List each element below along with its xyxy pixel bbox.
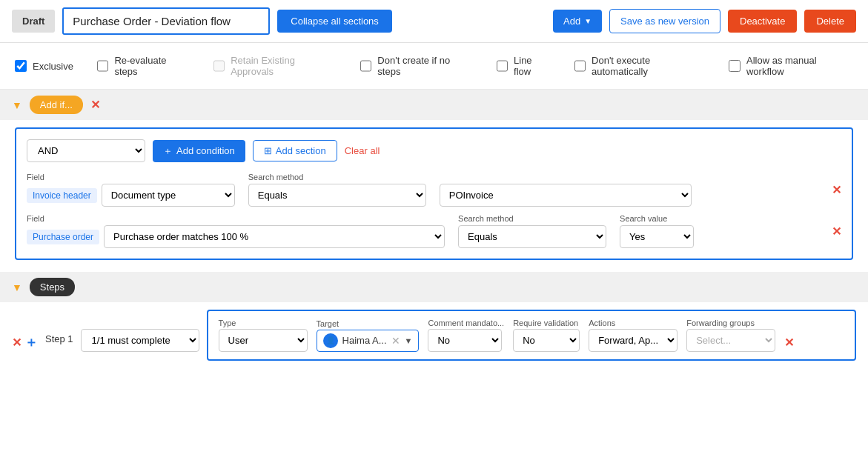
value-group-1: POInvoice xyxy=(440,173,823,207)
options-row: Exclusive Re-evaluate steps Retain Exist… xyxy=(0,43,868,90)
clear-all-button[interactable]: Clear all xyxy=(345,145,380,156)
target-name: Haima A... xyxy=(342,335,387,346)
allowmanual-checkbox[interactable] xyxy=(729,60,740,72)
section-icon: ⊞ xyxy=(264,145,272,156)
draft-badge: Draft xyxy=(12,10,55,33)
nocreate-label: Don't create if no steps xyxy=(377,55,472,77)
condition-toolbar: AND ＋ Add condition ⊞ Add section Clear … xyxy=(27,139,841,162)
steps-content: ✕ ＋ Step 1 1/1 must complete Type User T… xyxy=(0,302,868,368)
reevaluate-option: Re-evaluate steps xyxy=(97,55,190,77)
target-label: Target xyxy=(317,319,420,328)
save-new-version-button[interactable]: Save as new version xyxy=(609,9,720,33)
value-label-2: Search value xyxy=(620,214,823,223)
steps-chevron-icon[interactable]: ▼ xyxy=(12,281,22,293)
remove-step-icon[interactable]: ✕ xyxy=(12,336,21,350)
method-select-1[interactable]: Equals xyxy=(248,184,426,207)
header: Draft Collapse all sections Add ▼ Save a… xyxy=(0,0,868,43)
condition-inner-box: AND ＋ Add condition ⊞ Add section Clear … xyxy=(15,127,853,260)
step-row-1: ✕ ＋ Step 1 1/1 must complete Type User T… xyxy=(12,310,856,361)
step-detail-box: Type User Target 👤 Haima A... ✕ ▼ xyxy=(207,310,856,361)
field-tag-2: Purchase order xyxy=(27,230,99,244)
nocreate-checkbox[interactable] xyxy=(360,60,371,72)
exclusive-label: Exclusive xyxy=(33,61,73,72)
method-group-2: Search method Equals xyxy=(458,214,606,248)
avatar-icon: 👤 xyxy=(323,333,338,348)
require-group: Require validation No xyxy=(513,319,580,352)
add-condition-button[interactable]: ＋ Add condition xyxy=(153,140,245,162)
retain-option: Retain Existing Approvals xyxy=(213,55,337,77)
noexecute-option: Don't execute automatically xyxy=(574,55,706,77)
remove-condition-section-icon[interactable]: ✕ xyxy=(90,98,100,112)
target-group: Target 👤 Haima A... ✕ ▼ xyxy=(317,319,420,352)
title-input[interactable] xyxy=(62,7,270,35)
exclusive-checkbox[interactable] xyxy=(15,60,27,72)
reevaluate-label: Re-evaluate steps xyxy=(114,55,189,77)
forwarding-label: Forwarding groups xyxy=(686,319,775,327)
field-label-1: Field xyxy=(27,173,235,181)
steps-section-header: ▼ Steps xyxy=(0,272,868,302)
condition-row-1: Field Invoice header Document type Searc… xyxy=(27,173,841,207)
type-select[interactable]: User xyxy=(219,329,308,352)
condition-container: AND ＋ Add condition ⊞ Add section Clear … xyxy=(0,120,868,267)
step-controls: ✕ ＋ xyxy=(12,333,38,351)
field-group-1: Field Invoice header Document type xyxy=(27,173,235,207)
retain-label: Retain Existing Approvals xyxy=(231,55,337,77)
actions-group: Actions Forward, Ap... xyxy=(589,319,677,352)
value-label-1 xyxy=(440,173,823,181)
require-label: Require validation xyxy=(513,319,580,327)
allowmanual-option: Allow as manual workflow xyxy=(729,55,853,77)
method-group-1: Search method Equals xyxy=(248,173,426,207)
allowmanual-label: Allow as manual workflow xyxy=(746,55,853,77)
and-select[interactable]: AND xyxy=(27,139,145,162)
remove-row-2-icon[interactable]: ✕ xyxy=(832,224,841,239)
method-label-2: Search method xyxy=(458,214,606,223)
actions-select[interactable]: Forward, Ap... xyxy=(589,329,677,352)
remove-row-1-icon[interactable]: ✕ xyxy=(832,183,841,197)
collapse-all-button[interactable]: Collapse all sections xyxy=(277,10,392,33)
field-group-2: Field Purchase order Purchase order matc… xyxy=(27,214,445,248)
type-group: Type User xyxy=(219,319,308,352)
lineflow-checkbox[interactable] xyxy=(497,60,508,72)
delete-step-detail-icon[interactable]: ✕ xyxy=(784,336,794,350)
plus-icon: ＋ xyxy=(163,144,173,158)
reevaluate-checkbox[interactable] xyxy=(97,60,108,72)
noexecute-label: Don't execute automatically xyxy=(592,55,705,77)
steps-badge: Steps xyxy=(30,278,75,296)
deactivate-button[interactable]: Deactivate xyxy=(728,10,797,33)
comment-group: Comment mandato... No xyxy=(428,319,504,352)
target-clear-icon[interactable]: ✕ xyxy=(391,335,400,347)
must-complete-select[interactable]: 1/1 must complete xyxy=(81,329,199,352)
add-step-icon[interactable]: ＋ xyxy=(24,333,38,351)
type-label: Type xyxy=(219,319,308,327)
main-container: Draft Collapse all sections Add ▼ Save a… xyxy=(0,0,868,460)
forwarding-group: Forwarding groups Select... xyxy=(686,319,775,352)
field-tag-1: Invoice header xyxy=(27,188,97,203)
field-label-2: Field xyxy=(27,214,445,223)
condition-chevron-icon[interactable]: ▼ xyxy=(12,99,22,111)
step-label: Step 1 xyxy=(45,333,73,344)
value-select-1[interactable]: POInvoice xyxy=(440,184,692,207)
target-chevron-icon[interactable]: ▼ xyxy=(405,336,413,345)
exclusive-option: Exclusive xyxy=(15,60,73,72)
comment-select[interactable]: No xyxy=(428,329,502,352)
field-value-select-2[interactable]: Purchase order matches 100 % xyxy=(104,225,445,248)
condition-row-2: Field Purchase order Purchase order matc… xyxy=(27,214,841,248)
chevron-down-icon: ▼ xyxy=(584,17,592,25)
lineflow-label: Line flow xyxy=(514,55,551,77)
condition-section-header: ▼ Add if... ✕ xyxy=(0,90,868,120)
add-button[interactable]: Add ▼ xyxy=(553,10,602,33)
step-detail-row: Type User Target 👤 Haima A... ✕ ▼ xyxy=(219,319,844,352)
delete-button[interactable]: Delete xyxy=(804,10,856,33)
require-select[interactable]: No xyxy=(513,329,580,352)
field-value-select-1[interactable]: Document type xyxy=(102,184,235,207)
retain-checkbox[interactable] xyxy=(213,60,225,72)
noexecute-checkbox[interactable] xyxy=(574,60,586,72)
forwarding-select[interactable]: Select... xyxy=(686,329,775,352)
add-if-button[interactable]: Add if... xyxy=(30,96,83,114)
value-group-2: Search value Yes xyxy=(620,214,823,248)
value-select-2[interactable]: Yes xyxy=(620,225,694,248)
method-select-2[interactable]: Equals xyxy=(458,225,606,248)
add-section-button[interactable]: ⊞ Add section xyxy=(253,140,337,161)
lineflow-option: Line flow xyxy=(497,55,551,77)
comment-label: Comment mandato... xyxy=(428,319,504,327)
